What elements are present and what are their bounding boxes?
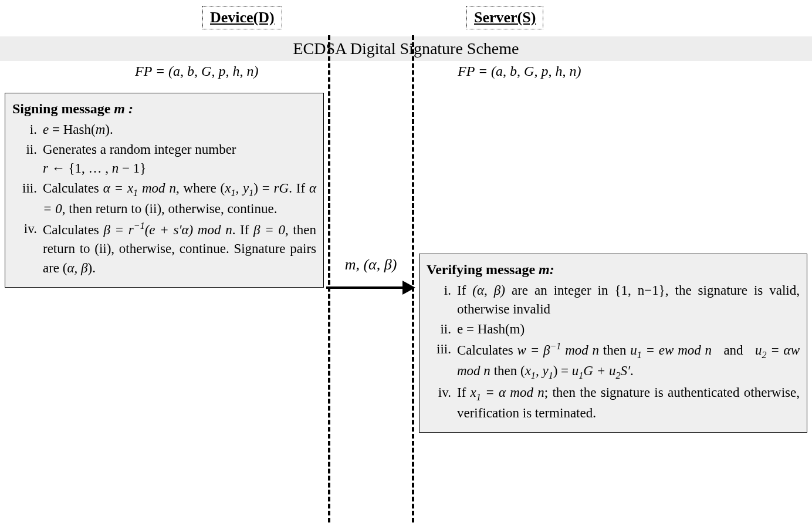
verifying-step-number: iv. xyxy=(427,383,451,402)
arrow-head-icon xyxy=(402,281,415,295)
verifying-box: Verifying message m: i.If (α, β) are an … xyxy=(419,254,807,433)
signing-step-body: Calculates β = r−1(e + s′α) mod n. If β … xyxy=(43,222,316,275)
signing-step: i.e = Hash(m). xyxy=(12,120,316,139)
verifying-step-number: iii. xyxy=(427,340,451,359)
signing-step-body: Generates a random integer numberr ← {1,… xyxy=(43,142,236,176)
signing-box: Signing message m : i.e = Hash(m).ii.Gen… xyxy=(5,93,324,288)
signing-step-body: e = Hash(m). xyxy=(43,122,113,137)
device-lifeline xyxy=(328,35,330,522)
message-arrow xyxy=(326,282,417,294)
signing-step-number: iv. xyxy=(12,220,37,238)
verifying-title: Verifying message m: xyxy=(427,260,800,280)
signing-step: iv.Calculates β = r−1(e + s′α) mod n. If… xyxy=(12,220,316,277)
header-row: Device(D) Server(S) xyxy=(0,6,812,35)
server-header: Server(S) xyxy=(466,6,543,29)
signing-step-number: ii. xyxy=(12,140,37,159)
fp-row: FP = (a, b, G, p, h, n) FP = (a, b, G, p… xyxy=(0,63,812,87)
verifying-step: i.If (α, β) are an integer in {1, n−1}, … xyxy=(427,281,800,319)
fp-device: FP = (a, b, G, p, h, n) xyxy=(135,63,258,79)
verifying-step-body: e = Hash(m) xyxy=(457,322,525,336)
verifying-step-body: If (α, β) are an integer in {1, n−1}, th… xyxy=(457,283,800,316)
server-lifeline xyxy=(412,35,414,522)
signing-step-number: iii. xyxy=(12,179,37,198)
arrow-line xyxy=(326,286,405,289)
verifying-step: ii.e = Hash(m) xyxy=(427,320,800,339)
signing-step-number: i. xyxy=(12,120,37,139)
signing-step: ii.Generates a random integer numberr ← … xyxy=(12,140,316,178)
signing-steps: i.e = Hash(m).ii.Generates a random inte… xyxy=(12,120,316,278)
signing-step: iii.Calculates α = x1 mod n, where (x1, … xyxy=(12,179,316,218)
verifying-step-number: i. xyxy=(427,281,451,300)
title-bar: ECDSA Digital Signature Scheme xyxy=(0,36,812,61)
verifying-step-body: If x1 = α mod n; then the signature is a… xyxy=(457,385,800,420)
verifying-step-number: ii. xyxy=(427,320,451,339)
message-label: m, (α, β) xyxy=(333,256,408,274)
signing-title: Signing message m : xyxy=(12,99,316,119)
verifying-step: iv.If x1 = α mod n; then the signature i… xyxy=(427,383,800,423)
verifying-step: iii.Calculates w = β−1 mod n then u1 = e… xyxy=(427,340,800,382)
verifying-step-body: Calculates w = β−1 mod n then u1 = ew mo… xyxy=(457,343,800,378)
signing-step-body: Calculates α = x1 mod n, where (x1, y1) … xyxy=(43,181,316,216)
device-header: Device(D) xyxy=(202,6,282,29)
verifying-steps: i.If (α, β) are an integer in {1, n−1}, … xyxy=(427,281,800,423)
fp-server: FP = (a, b, G, p, h, n) xyxy=(458,63,581,79)
